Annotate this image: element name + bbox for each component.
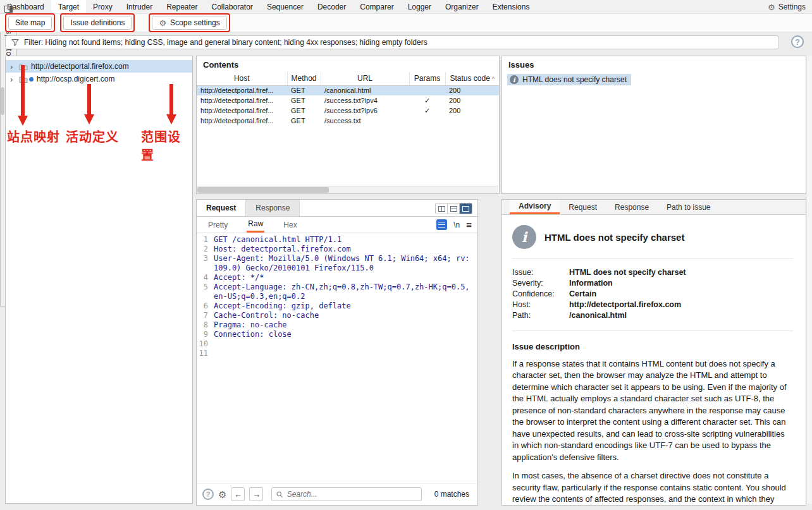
request-line: [214, 349, 218, 358]
tab-path-to-issue[interactable]: Path to issue: [658, 200, 719, 214]
request-line: User-Agent: Mozilla/5.0 (Windows NT 6.1;…: [214, 254, 477, 273]
top-nav-bar: Dashboard Target Proxy Intruder Repeater…: [0, 0, 812, 14]
editor-settings-button[interactable]: ⚙: [218, 490, 226, 499]
search-box[interactable]: [271, 487, 422, 501]
help-button[interactable]: ?: [791, 35, 804, 48]
tab-adv-request[interactable]: Request: [560, 200, 606, 214]
sitemap-filter-bar[interactable]: Filter: Hiding not found items; hiding C…: [5, 35, 779, 49]
prettify-icon[interactable]: [436, 219, 447, 230]
annotation-box-site-map: Site map: [5, 13, 55, 32]
tab-advisory[interactable]: Advisory: [510, 200, 560, 214]
chevron-right-icon[interactable]: ›: [10, 63, 16, 71]
tab-raw[interactable]: Raw: [247, 217, 264, 233]
line-number: 3: [197, 254, 214, 273]
issue-list-item[interactable]: i HTML does not specify charset: [507, 74, 631, 85]
info-icon: i: [510, 75, 519, 84]
chevron-right-icon[interactable]: ›: [10, 75, 16, 83]
layout-single-button[interactable]: [460, 203, 472, 214]
request-line: Connection: close: [214, 330, 295, 339]
cell-method: GET: [287, 95, 321, 106]
tab-repeater[interactable]: Repeater: [159, 0, 204, 13]
tree-item-detectportal[interactable]: › http://detectportal.firefox.com: [6, 60, 192, 73]
filter-icon: [11, 39, 19, 46]
issues-title: Issues: [502, 56, 806, 72]
annotation-box-issue-definitions: Issue definitions: [60, 13, 135, 32]
show-newlines-button[interactable]: \n: [453, 221, 460, 229]
tab-intruder[interactable]: Intruder: [120, 0, 159, 13]
inspector-panel-icon: [4, 6, 13, 13]
help-button[interactable]: ?: [202, 489, 214, 500]
tab-hex[interactable]: Hex: [282, 217, 298, 233]
match-count: 0 matches: [434, 490, 472, 499]
tab-request[interactable]: Request: [197, 200, 246, 216]
col-header-params[interactable]: Params: [409, 72, 445, 85]
advisory-content: i HTML does not specify charset Issue:HT…: [502, 215, 806, 505]
line-number: 8: [197, 320, 214, 330]
scrollbar-thumb[interactable]: [1, 87, 4, 115]
tab-issue-definitions[interactable]: Issue definitions: [63, 16, 132, 30]
request-line: Host: detectportal.firefox.com: [214, 245, 355, 254]
field-value: /canonical.html: [569, 310, 627, 321]
tab-collaborator[interactable]: Collaborator: [205, 0, 260, 13]
col-header-url[interactable]: URL: [321, 72, 409, 85]
request-line: Accept: */*: [214, 273, 268, 282]
tab-pretty[interactable]: Pretty: [207, 217, 229, 233]
site-tree: › http://detectportal.firefox.com › http…: [6, 56, 192, 85]
tree-item-label: http://ocsp.digicert.com: [37, 75, 114, 83]
tree-item-ocsp[interactable]: › http://ocsp.digicert.com: [6, 73, 192, 85]
layout-rows-button[interactable]: [448, 203, 460, 214]
table-row[interactable]: http://detectportal.firef... GET /canoni…: [197, 85, 499, 95]
tab-decoder[interactable]: Decoder: [311, 0, 353, 13]
hamburger-menu-icon[interactable]: ≡: [466, 220, 472, 229]
col-header-method[interactable]: Method: [287, 72, 321, 85]
col-header-host[interactable]: Host: [197, 72, 287, 85]
annotation-label-issue-definitions: 活动定义: [66, 127, 119, 145]
issues-panel: Issues i HTML does not specify charset: [501, 56, 806, 194]
tab-site-map[interactable]: Site map: [8, 16, 52, 30]
issue-description-paragraph: In most cases, the absence of a charset …: [512, 470, 793, 505]
request-raw-view[interactable]: 1GET /canonical.html HTTP/1.1 2Host: det…: [197, 234, 477, 483]
arrow-right-icon: →: [252, 490, 261, 499]
field-label: Confidence:: [512, 289, 569, 300]
horizontal-scrollbar[interactable]: [197, 186, 498, 193]
tab-organizer[interactable]: Organizer: [438, 0, 486, 13]
tab-logger[interactable]: Logger: [401, 0, 438, 13]
table-row[interactable]: http://detectportal.firef... GET /succes…: [197, 106, 499, 116]
search-input[interactable]: [287, 490, 417, 499]
col-header-status-label: Status code: [450, 74, 489, 83]
tab-comparer[interactable]: Comparer: [353, 0, 400, 13]
tab-proxy[interactable]: Proxy: [86, 0, 120, 13]
rows-view-icon: [450, 206, 457, 212]
tab-extensions[interactable]: Extensions: [486, 0, 537, 13]
cell-method: GET: [287, 85, 321, 95]
columns-view-icon: [438, 206, 445, 212]
request-line: Pragma: no-cache: [214, 320, 291, 330]
tab-adv-response[interactable]: Response: [606, 200, 658, 214]
settings-button[interactable]: ⚙ Settings: [768, 0, 806, 14]
field-value: Certain: [569, 289, 596, 300]
tab-response[interactable]: Response: [246, 200, 300, 216]
tab-scope-settings[interactable]: ⚙ Scope settings: [152, 16, 226, 30]
layout-columns-button[interactable]: [436, 203, 448, 214]
tab-target[interactable]: Target: [51, 0, 86, 13]
annotation-label-scope-settings: 范围设置: [141, 127, 192, 164]
col-header-status[interactable]: Status code^: [445, 72, 499, 85]
next-match-button[interactable]: →: [249, 487, 263, 501]
line-number: 6: [197, 301, 214, 311]
request-line: GET /canonical.html HTTP/1.1: [214, 235, 345, 245]
tab-scope-settings-label: Scope settings: [170, 18, 220, 27]
contents-table: Host Method URL Params Status code^ http…: [197, 72, 499, 126]
issue-label: HTML does not specify charset: [522, 75, 627, 84]
line-number: 4: [197, 273, 214, 282]
line-number: 5: [197, 282, 214, 301]
folder-icon: [19, 76, 28, 83]
table-row[interactable]: http://detectportal.firef... GET /succes…: [197, 95, 499, 106]
scrollbar-thumb[interactable]: [197, 187, 329, 193]
tab-sequencer[interactable]: Sequencer: [260, 0, 311, 13]
arrow-left-icon: ←: [234, 490, 242, 499]
advisory-tabs: Advisory Request Response Path to issue: [502, 200, 806, 215]
editor-footer: ? ⚙ ← → 0 matches: [197, 483, 477, 504]
prev-match-button[interactable]: ←: [231, 487, 245, 501]
table-row[interactable]: http://detectportal.firef... GET /succes…: [197, 116, 499, 126]
vertical-scrollbar[interactable]: [807, 56, 812, 504]
